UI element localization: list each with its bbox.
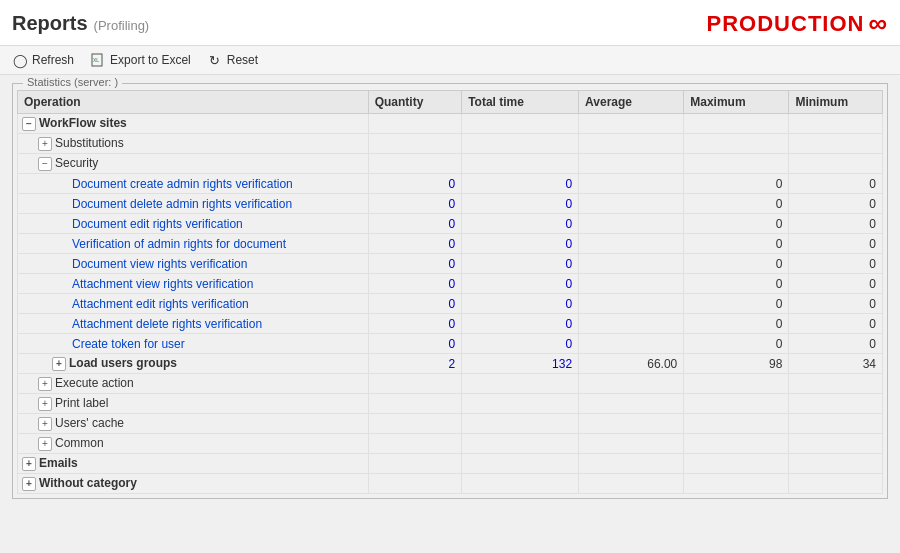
quantity-cell: 2 — [368, 354, 462, 374]
quantity-cell: 0 — [368, 314, 462, 334]
reset-button[interactable]: ↻ Reset — [207, 52, 258, 68]
maximum-cell: 0 — [684, 294, 789, 314]
col-header-quantity: Quantity — [368, 91, 462, 114]
maximum-cell — [684, 374, 789, 394]
reset-icon: ↻ — [207, 52, 223, 68]
table-row: Attachment edit rights verification0000 — [18, 294, 883, 314]
table-row: Document edit rights verification0000 — [18, 214, 883, 234]
maximum-cell: 98 — [684, 354, 789, 374]
table-row: +Substitutions — [18, 134, 883, 154]
totaltime-cell — [462, 394, 579, 414]
totaltime-cell — [462, 134, 579, 154]
table-row: +Users' cache — [18, 414, 883, 434]
row-label: Print label — [55, 396, 108, 410]
maximum-cell — [684, 394, 789, 414]
expand-icon[interactable]: + — [38, 437, 52, 451]
minimum-cell: 0 — [789, 194, 883, 214]
table-row: +Emails — [18, 454, 883, 474]
table-row: Verification of admin rights for documen… — [18, 234, 883, 254]
average-cell — [579, 434, 684, 454]
average-cell — [579, 474, 684, 494]
expand-icon[interactable]: + — [38, 417, 52, 431]
row-label: Execute action — [55, 376, 134, 390]
collapse-icon[interactable]: − — [38, 157, 52, 171]
row-label: Attachment view rights verification — [72, 277, 253, 291]
table-row: −Security — [18, 154, 883, 174]
row-label: Common — [55, 436, 104, 450]
totaltime-cell: 0 — [462, 294, 579, 314]
table-header-row: Operation Quantity Total time Average Ma… — [18, 91, 883, 114]
svg-text:XL: XL — [93, 57, 99, 63]
average-cell — [579, 334, 684, 354]
logo-icon: ∞ — [868, 8, 888, 39]
minimum-cell: 0 — [789, 254, 883, 274]
row-label: Create token for user — [72, 337, 185, 351]
minimum-cell — [789, 114, 883, 134]
refresh-button[interactable]: ◯ Refresh — [12, 52, 74, 68]
quantity-cell: 0 — [368, 294, 462, 314]
statistics-table: Operation Quantity Total time Average Ma… — [17, 90, 883, 494]
average-cell — [579, 314, 684, 334]
quantity-cell: 0 — [368, 234, 462, 254]
table-row: −WorkFlow sites — [18, 114, 883, 134]
row-label: Users' cache — [55, 416, 124, 430]
minimum-cell — [789, 154, 883, 174]
quantity-cell — [368, 414, 462, 434]
minimum-cell: 0 — [789, 174, 883, 194]
average-cell — [579, 454, 684, 474]
quantity-cell — [368, 474, 462, 494]
expand-icon[interactable]: + — [52, 357, 66, 371]
expand-icon[interactable]: + — [38, 397, 52, 411]
table-row: Document create admin rights verificatio… — [18, 174, 883, 194]
row-label: WorkFlow sites — [39, 116, 127, 130]
maximum-cell — [684, 154, 789, 174]
average-cell — [579, 294, 684, 314]
expand-icon[interactable]: + — [22, 457, 36, 471]
totaltime-cell — [462, 114, 579, 134]
col-header-totaltime: Total time — [462, 91, 579, 114]
table-row: Attachment delete rights verification000… — [18, 314, 883, 334]
totaltime-cell — [462, 454, 579, 474]
row-label: Emails — [39, 456, 78, 470]
logo: PRODUCTION ∞ — [707, 8, 888, 39]
minimum-cell — [789, 134, 883, 154]
maximum-cell: 0 — [684, 334, 789, 354]
statistics-label: Statistics (server: ) — [23, 76, 122, 88]
quantity-cell — [368, 454, 462, 474]
maximum-cell: 0 — [684, 214, 789, 234]
page-subtitle: (Profiling) — [94, 18, 150, 33]
table-row: +Print label — [18, 394, 883, 414]
table-row: Document view rights verification0000 — [18, 254, 883, 274]
expand-icon[interactable]: + — [38, 137, 52, 151]
export-button[interactable]: XL Export to Excel — [90, 52, 191, 68]
table-row: +Common — [18, 434, 883, 454]
quantity-cell — [368, 374, 462, 394]
minimum-cell: 0 — [789, 214, 883, 234]
content-area: Statistics (server: ) Operation Quantity… — [0, 75, 900, 553]
quantity-cell — [368, 114, 462, 134]
totaltime-cell — [462, 374, 579, 394]
col-header-operation: Operation — [18, 91, 369, 114]
totaltime-cell: 0 — [462, 234, 579, 254]
expand-icon[interactable]: + — [22, 477, 36, 491]
average-cell — [579, 274, 684, 294]
totaltime-cell: 0 — [462, 194, 579, 214]
totaltime-cell — [462, 434, 579, 454]
average-cell — [579, 254, 684, 274]
average-cell — [579, 214, 684, 234]
maximum-cell — [684, 114, 789, 134]
export-icon: XL — [90, 52, 106, 68]
totaltime-cell — [462, 414, 579, 434]
average-cell — [579, 194, 684, 214]
expand-icon[interactable]: + — [38, 377, 52, 391]
export-label: Export to Excel — [110, 53, 191, 67]
row-label: Attachment delete rights verification — [72, 317, 262, 331]
page-title: Reports — [12, 12, 88, 35]
row-label: Document create admin rights verificatio… — [72, 177, 293, 191]
minimum-cell: 0 — [789, 234, 883, 254]
collapse-icon[interactable]: − — [22, 117, 36, 131]
minimum-cell — [789, 374, 883, 394]
minimum-cell: 0 — [789, 334, 883, 354]
average-cell — [579, 234, 684, 254]
totaltime-cell: 0 — [462, 174, 579, 194]
